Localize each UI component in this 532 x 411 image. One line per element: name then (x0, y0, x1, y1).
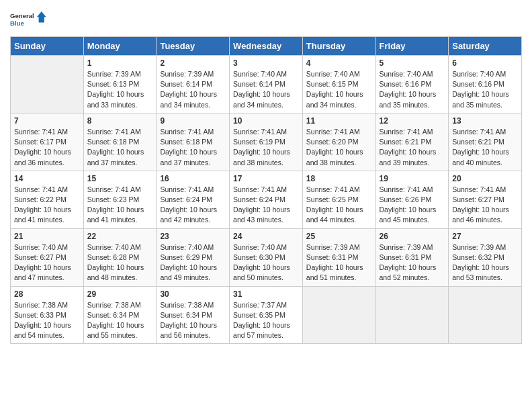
calendar-cell: 5Sunrise: 7:40 AM Sunset: 6:16 PM Daylig… (375, 56, 449, 113)
weekday-header-friday: Friday (375, 37, 449, 56)
day-info: Sunrise: 7:41 AM Sunset: 6:20 PM Dayligh… (306, 127, 372, 168)
day-info: Sunrise: 7:39 AM Sunset: 6:31 PM Dayligh… (380, 242, 445, 283)
calendar-week-0: 1Sunrise: 7:39 AM Sunset: 6:13 PM Daylig… (11, 56, 522, 113)
calendar-cell: 9Sunrise: 7:41 AM Sunset: 6:18 PM Daylig… (157, 113, 230, 171)
calendar-week-3: 21Sunrise: 7:40 AM Sunset: 6:27 PM Dayli… (11, 228, 522, 286)
day-info: Sunrise: 7:39 AM Sunset: 6:32 PM Dayligh… (452, 242, 518, 283)
calendar-cell: 30Sunrise: 7:38 AM Sunset: 6:34 PM Dayli… (157, 286, 230, 344)
calendar-cell: 7Sunrise: 7:41 AM Sunset: 6:17 PM Daylig… (11, 113, 84, 171)
day-number: 30 (160, 289, 226, 299)
weekday-header-wednesday: Wednesday (230, 37, 303, 56)
day-number: 31 (233, 289, 299, 299)
calendar-cell: 27Sunrise: 7:39 AM Sunset: 6:32 PM Dayli… (449, 228, 522, 286)
day-info: Sunrise: 7:39 AM Sunset: 6:13 PM Dayligh… (87, 69, 153, 110)
day-info: Sunrise: 7:39 AM Sunset: 6:31 PM Dayligh… (306, 242, 372, 283)
svg-marker-2 (37, 11, 46, 23)
calendar-cell: 11Sunrise: 7:41 AM Sunset: 6:20 PM Dayli… (302, 113, 375, 171)
day-info: Sunrise: 7:41 AM Sunset: 6:24 PM Dayligh… (160, 185, 226, 226)
weekday-header-saturday: Saturday (449, 37, 522, 56)
day-number: 14 (14, 174, 80, 183)
calendar-table: SundayMondayTuesdayWednesdayThursdayFrid… (10, 36, 522, 344)
calendar-cell: 6Sunrise: 7:40 AM Sunset: 6:16 PM Daylig… (449, 56, 522, 113)
calendar-cell: 24Sunrise: 7:40 AM Sunset: 6:30 PM Dayli… (230, 228, 303, 286)
day-number: 21 (14, 232, 80, 241)
day-number: 18 (306, 174, 372, 183)
logo-svg: General Blue (10, 7, 47, 31)
weekday-header-sunday: Sunday (11, 37, 84, 56)
day-number: 10 (233, 116, 299, 126)
day-info: Sunrise: 7:40 AM Sunset: 6:30 PM Dayligh… (233, 242, 299, 283)
day-number: 23 (160, 232, 226, 241)
calendar-header: SundayMondayTuesdayWednesdayThursdayFrid… (11, 37, 522, 56)
day-info: Sunrise: 7:40 AM Sunset: 6:28 PM Dayligh… (87, 242, 153, 283)
day-number: 24 (233, 232, 299, 241)
day-info: Sunrise: 7:41 AM Sunset: 6:18 PM Dayligh… (87, 127, 153, 168)
day-number: 6 (452, 58, 518, 68)
day-info: Sunrise: 7:40 AM Sunset: 6:27 PM Dayligh… (14, 242, 80, 283)
calendar-body: 1Sunrise: 7:39 AM Sunset: 6:13 PM Daylig… (11, 56, 522, 344)
day-info: Sunrise: 7:41 AM Sunset: 6:24 PM Dayligh… (233, 185, 299, 226)
day-info: Sunrise: 7:38 AM Sunset: 6:34 PM Dayligh… (160, 300, 226, 341)
day-number: 17 (233, 174, 299, 183)
day-info: Sunrise: 7:41 AM Sunset: 6:21 PM Dayligh… (380, 127, 445, 168)
day-info: Sunrise: 7:41 AM Sunset: 6:17 PM Dayligh… (14, 127, 80, 168)
calendar-cell: 3Sunrise: 7:40 AM Sunset: 6:14 PM Daylig… (230, 56, 303, 113)
day-info: Sunrise: 7:41 AM Sunset: 6:23 PM Dayligh… (87, 185, 153, 226)
calendar-cell: 16Sunrise: 7:41 AM Sunset: 6:24 PM Dayli… (157, 171, 230, 228)
svg-text:General: General (10, 12, 34, 19)
weekday-header-tuesday: Tuesday (157, 37, 230, 56)
weekday-header-thursday: Thursday (302, 37, 375, 56)
day-info: Sunrise: 7:38 AM Sunset: 6:34 PM Dayligh… (87, 300, 153, 341)
calendar-cell (449, 286, 522, 344)
day-info: Sunrise: 7:40 AM Sunset: 6:16 PM Dayligh… (380, 69, 445, 110)
day-number: 19 (380, 174, 445, 183)
calendar-cell: 20Sunrise: 7:41 AM Sunset: 6:27 PM Dayli… (449, 171, 522, 228)
day-number: 5 (380, 58, 445, 68)
day-info: Sunrise: 7:40 AM Sunset: 6:29 PM Dayligh… (160, 242, 226, 283)
day-number: 11 (306, 116, 372, 126)
day-info: Sunrise: 7:41 AM Sunset: 6:18 PM Dayligh… (160, 127, 226, 168)
day-info: Sunrise: 7:41 AM Sunset: 6:19 PM Dayligh… (233, 127, 299, 168)
day-info: Sunrise: 7:41 AM Sunset: 6:27 PM Dayligh… (452, 185, 518, 226)
day-info: Sunrise: 7:41 AM Sunset: 6:21 PM Dayligh… (452, 127, 518, 168)
calendar-cell: 8Sunrise: 7:41 AM Sunset: 6:18 PM Daylig… (83, 113, 157, 171)
calendar-week-2: 14Sunrise: 7:41 AM Sunset: 6:22 PM Dayli… (11, 171, 522, 228)
day-number: 16 (160, 174, 226, 183)
calendar-cell: 17Sunrise: 7:41 AM Sunset: 6:24 PM Dayli… (230, 171, 303, 228)
weekday-header-monday: Monday (83, 37, 157, 56)
day-number: 7 (14, 116, 80, 126)
day-number: 12 (380, 116, 445, 126)
day-info: Sunrise: 7:41 AM Sunset: 6:26 PM Dayligh… (380, 185, 445, 226)
calendar-cell: 12Sunrise: 7:41 AM Sunset: 6:21 PM Dayli… (375, 113, 449, 171)
day-info: Sunrise: 7:39 AM Sunset: 6:14 PM Dayligh… (160, 69, 226, 110)
day-number: 9 (160, 116, 226, 126)
calendar-cell (302, 286, 375, 344)
calendar-cell: 1Sunrise: 7:39 AM Sunset: 6:13 PM Daylig… (83, 56, 157, 113)
calendar-cell (11, 56, 84, 113)
day-info: Sunrise: 7:40 AM Sunset: 6:14 PM Dayligh… (233, 69, 299, 110)
calendar-cell: 28Sunrise: 7:38 AM Sunset: 6:33 PM Dayli… (11, 286, 84, 344)
day-info: Sunrise: 7:40 AM Sunset: 6:16 PM Dayligh… (452, 69, 518, 110)
calendar-cell: 19Sunrise: 7:41 AM Sunset: 6:26 PM Dayli… (375, 171, 449, 228)
calendar-cell (375, 286, 449, 344)
day-number: 25 (306, 232, 372, 241)
calendar-cell: 25Sunrise: 7:39 AM Sunset: 6:31 PM Dayli… (302, 228, 375, 286)
day-number: 22 (87, 232, 153, 241)
day-info: Sunrise: 7:41 AM Sunset: 6:22 PM Dayligh… (14, 185, 80, 226)
calendar-cell: 4Sunrise: 7:40 AM Sunset: 6:15 PM Daylig… (302, 56, 375, 113)
calendar-week-4: 28Sunrise: 7:38 AM Sunset: 6:33 PM Dayli… (11, 286, 522, 344)
calendar-cell: 26Sunrise: 7:39 AM Sunset: 6:31 PM Dayli… (375, 228, 449, 286)
day-number: 13 (452, 116, 518, 126)
calendar-cell: 21Sunrise: 7:40 AM Sunset: 6:27 PM Dayli… (11, 228, 84, 286)
calendar-cell: 14Sunrise: 7:41 AM Sunset: 6:22 PM Dayli… (11, 171, 84, 228)
calendar-cell: 29Sunrise: 7:38 AM Sunset: 6:34 PM Dayli… (83, 286, 157, 344)
day-number: 27 (452, 232, 518, 241)
day-number: 8 (87, 116, 153, 126)
calendar-cell: 13Sunrise: 7:41 AM Sunset: 6:21 PM Dayli… (449, 113, 522, 171)
day-number: 3 (233, 58, 299, 68)
page-header: General Blue (10, 7, 522, 31)
calendar-cell: 15Sunrise: 7:41 AM Sunset: 6:23 PM Dayli… (83, 171, 157, 228)
day-number: 1 (87, 58, 153, 68)
day-number: 15 (87, 174, 153, 183)
day-number: 28 (14, 289, 80, 299)
